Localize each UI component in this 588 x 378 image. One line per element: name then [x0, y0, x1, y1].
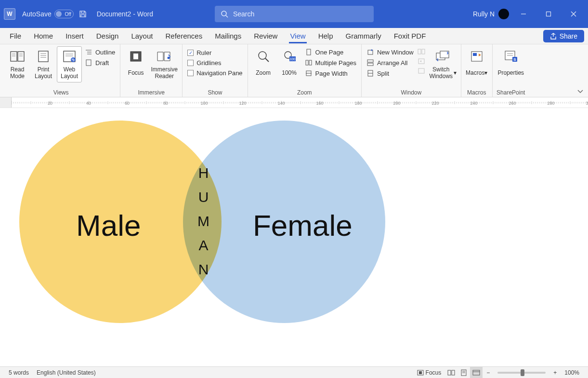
svg-point-27 — [259, 52, 266, 59]
tab-home[interactable]: Home — [28, 29, 59, 43]
switch-windows-button[interactable]: Switch Windows ▾ — [427, 46, 458, 82]
chevron-down-icon: ▾ — [484, 69, 487, 76]
multiple-pages-button[interactable]: Multiple Pages — [303, 58, 358, 68]
arrange-all-icon — [366, 59, 374, 67]
svg-text:220: 220 — [431, 101, 439, 106]
tab-grammarly[interactable]: Grammarly — [340, 29, 387, 43]
immersive-reader-icon — [157, 49, 172, 64]
focus-mode-button[interactable]: Focus — [413, 367, 445, 378]
zoom-100-button[interactable]: 100 100% — [277, 46, 302, 82]
switch-windows-icon — [435, 49, 450, 64]
split-button[interactable]: Split — [365, 68, 416, 78]
one-page-icon — [305, 48, 313, 56]
macros-button[interactable]: Macros▾ — [464, 46, 489, 82]
group-zoom-label: Zoom — [251, 88, 358, 97]
svg-text:60: 60 — [125, 101, 130, 106]
web-layout-button[interactable]: Web Layout — [57, 46, 82, 82]
venn-diagram[interactable]: Male Female HUMAN — [19, 117, 414, 353]
user-name: Rully N — [473, 10, 495, 18]
user-account[interactable]: Rully N — [473, 9, 509, 19]
tab-help[interactable]: Help — [313, 29, 339, 43]
save-icon[interactable] — [78, 9, 88, 19]
svg-rect-3 — [547, 12, 551, 16]
svg-rect-48 — [418, 68, 424, 73]
collapse-ribbon-button[interactable] — [576, 87, 584, 95]
one-page-button[interactable]: One Page — [303, 47, 358, 57]
focus-button[interactable]: Focus — [123, 46, 148, 82]
svg-text:100: 100 — [289, 57, 295, 61]
share-button[interactable]: Share — [543, 30, 584, 42]
search-box[interactable] — [215, 6, 374, 22]
venn-middle-letter: H — [198, 165, 209, 181]
svg-text:140: 140 — [277, 101, 285, 106]
close-button[interactable] — [563, 4, 584, 24]
read-mode-view-button[interactable] — [445, 367, 457, 378]
navigation-pane-checkbox[interactable]: Navigation Pane — [185, 68, 244, 78]
svg-rect-46 — [422, 49, 425, 54]
svg-rect-25 — [133, 54, 138, 59]
group-sharepoint: S Properties SharePoint — [493, 44, 529, 97]
ruler-checkbox[interactable]: ✓ Ruler — [185, 48, 244, 57]
properties-button[interactable]: S Properties — [496, 46, 526, 82]
tab-view[interactable]: View — [284, 29, 311, 43]
search-icon — [221, 10, 228, 18]
print-layout-view-button[interactable] — [457, 367, 470, 378]
print-layout-button[interactable]: Print Layout — [31, 46, 56, 82]
zoom-button[interactable]: Zoom — [251, 46, 276, 82]
horizontal-ruler[interactable]: 2040608010012014016018020022024026028030… — [0, 97, 588, 108]
venn-right-label[interactable]: Female — [253, 208, 353, 243]
search-input[interactable] — [233, 10, 368, 18]
svg-rect-374 — [419, 371, 422, 374]
zoom-100-icon: 100 — [282, 49, 297, 64]
read-mode-button[interactable]: Read Mode — [5, 46, 30, 82]
svg-text:180: 180 — [354, 101, 362, 106]
zoom-in-button[interactable]: + — [549, 367, 561, 378]
checkbox-icon — [187, 70, 194, 76]
word-app-icon: W — [4, 8, 15, 20]
zoom-level[interactable]: 100% — [561, 367, 583, 378]
new-window-icon — [366, 48, 374, 56]
outline-button[interactable]: Outline — [83, 47, 117, 57]
tab-mailings[interactable]: Mailings — [209, 29, 247, 43]
gridlines-checkbox[interactable]: Gridlines — [185, 58, 244, 68]
page-width-icon — [305, 69, 313, 77]
word-count[interactable]: 5 words — [5, 367, 33, 378]
venn-middle-label[interactable]: HUMAN — [197, 165, 209, 278]
svg-text:200: 200 — [393, 101, 400, 106]
svg-rect-35 — [309, 60, 312, 65]
autosave-switch[interactable]: Off — [54, 10, 74, 18]
tab-references[interactable]: References — [159, 29, 208, 43]
svg-rect-380 — [473, 370, 480, 375]
draft-icon — [85, 59, 92, 67]
minimize-button[interactable] — [513, 4, 534, 24]
page-width-button[interactable]: Page Width — [303, 68, 358, 78]
arrange-all-button[interactable]: Arrange All — [365, 58, 416, 68]
zoom-out-button[interactable]: − — [483, 367, 494, 378]
svg-text:100: 100 — [200, 101, 208, 106]
venn-left-label[interactable]: Male — [76, 208, 141, 243]
tab-file[interactable]: File — [4, 29, 27, 43]
document-area[interactable]: Male Female HUMAN — [0, 108, 588, 366]
tab-foxit-pdf[interactable]: Foxit PDF — [388, 29, 432, 43]
maximize-button[interactable] — [538, 4, 559, 24]
language-status[interactable]: English (United States) — [33, 367, 100, 378]
group-show: ✓ Ruler Gridlines Navigation Pane Show — [183, 44, 248, 97]
ribbon: Read Mode Print Layout Web Layout Outlin… — [0, 44, 588, 97]
group-macros: Macros▾ Macros — [461, 44, 493, 97]
tab-layout[interactable]: Layout — [125, 29, 158, 43]
tab-design[interactable]: Design — [91, 29, 125, 43]
status-bar: 5 words English (United States) Focus − … — [0, 366, 588, 378]
new-window-button[interactable]: New Window — [365, 47, 416, 57]
macros-icon — [469, 49, 484, 64]
svg-text:40: 40 — [86, 101, 91, 106]
web-layout-view-button[interactable] — [470, 367, 483, 378]
tab-insert[interactable]: Insert — [60, 29, 90, 43]
svg-rect-34 — [306, 60, 308, 65]
immersive-reader-button[interactable]: Immersive Reader — [149, 46, 179, 82]
draft-button[interactable]: Draft — [83, 58, 117, 68]
print-layout-icon — [36, 49, 51, 64]
zoom-slider[interactable] — [497, 372, 546, 374]
svg-text:240: 240 — [470, 101, 477, 106]
tab-review[interactable]: Review — [248, 29, 283, 43]
autosave-toggle[interactable]: AutoSave Off — [22, 10, 74, 18]
